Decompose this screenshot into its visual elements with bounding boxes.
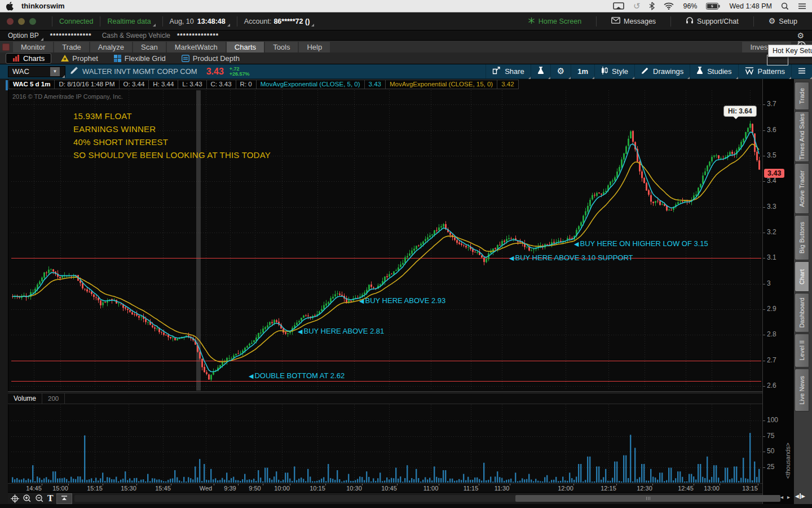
session-datetime[interactable]: Aug, 1013:48:48 [170, 17, 230, 25]
panel-splitter-icon[interactable]: ◀▶ [795, 493, 805, 499]
price-axis[interactable]: 3.73.63.53.43.33.23.132.92.82.72.6100755… [762, 79, 794, 504]
time-axis-label: 10:45 [381, 485, 397, 492]
buy-annotation-text: BUY HERE ABOVE 2.81 [303, 327, 384, 335]
tab-charts[interactable]: Charts [227, 42, 264, 52]
subtab-product-depth[interactable]: Product Depth [175, 54, 246, 63]
crosshair-tool-icon[interactable] [11, 494, 19, 503]
tab-monitor[interactable]: Monitor [13, 42, 53, 52]
share-button[interactable]: Share [486, 64, 531, 78]
display-mirroring-icon[interactable] [613, 2, 624, 10]
flask-icon[interactable] [531, 64, 550, 78]
option-bp-label[interactable]: Option BP [8, 32, 43, 40]
patterns-icon [745, 67, 754, 76]
workspace-icon[interactable] [2, 43, 10, 51]
sidebar-tab-times-and-sales[interactable]: Times And Sales [795, 111, 809, 162]
menu-icon[interactable] [791, 64, 812, 78]
volume-pane-header: Volume 200 [8, 393, 762, 404]
sidebar-tab-active-trader[interactable]: Active Trader [795, 163, 809, 214]
1m-button[interactable]: 1m [571, 64, 594, 78]
chart-text-note: 40% SHORT INTEREST [73, 137, 168, 147]
sidebar-tab-dashboard[interactable]: Dashboard [795, 293, 809, 332]
minimize-window-button[interactable] [18, 18, 25, 25]
button-label: Drawings [653, 67, 683, 76]
study-label[interactable]: MovAvgExponential (CLOSE, 5, 0) [256, 80, 365, 89]
tab-analyze[interactable]: Analyze [90, 42, 132, 52]
time-axis-label: 10:30 [346, 485, 362, 492]
patterns-button[interactable]: Patterns [738, 64, 791, 78]
link-pencil-icon[interactable] [70, 66, 79, 77]
button-label: Style [612, 67, 628, 76]
balance-row-gear-icon[interactable]: ⚙ [797, 31, 804, 40]
sidebar-tab-chart[interactable]: Chart [795, 261, 809, 292]
account-selector[interactable]: Account:86*****72 () [244, 17, 315, 25]
zoom-out-icon[interactable] [35, 494, 44, 503]
time-axis-label: 13:00 [704, 485, 720, 492]
home-screen-button[interactable]: Home Screen [520, 17, 589, 26]
axis-tick [763, 181, 765, 182]
sidebar-tab-label: Times And Sales [798, 113, 805, 160]
chart-scrollbar-thumb[interactable] [515, 495, 780, 502]
wifi-icon[interactable] [664, 2, 674, 10]
axis-tick [763, 386, 765, 387]
zoom-window-button[interactable] [29, 18, 36, 25]
zoom-in-icon[interactable] [23, 494, 32, 503]
menubar-clock[interactable]: Wed 1:48 PM [729, 2, 772, 10]
study-value: 3.42 [497, 80, 518, 89]
studies-button[interactable]: Studies [690, 64, 738, 78]
chart-scrollbar[interactable] [74, 495, 757, 502]
chart-footer-toolbar: T [8, 492, 762, 504]
price-axis-label: 3.6 [767, 126, 776, 134]
app-menu-title[interactable]: thinkorswim [21, 2, 65, 10]
sidebar-tab-trade[interactable]: Trade [795, 82, 809, 110]
symbol-input[interactable]: WAC ▼ [8, 66, 65, 77]
price-axis-label: 3.7 [767, 100, 776, 108]
subtab-prophet[interactable]: Prophet [55, 54, 104, 63]
support-chat-button[interactable]: Support/Chat [678, 16, 747, 26]
axis-tick [763, 335, 765, 335]
sidebar-tab-big-buttons[interactable]: Big Buttons [795, 215, 809, 260]
scroll-right-arrow[interactable]: ▸ [787, 494, 790, 501]
flexible-grid-icon [114, 55, 121, 62]
tab-tools[interactable]: Tools [265, 42, 298, 52]
pane-divider[interactable] [8, 391, 762, 392]
bluetooth-icon[interactable] [649, 2, 655, 10]
tab-scan[interactable]: Scan [133, 42, 166, 52]
gear-icon[interactable]: ⚙ [550, 64, 571, 78]
spotlight-icon[interactable] [781, 2, 789, 10]
time-tick [325, 484, 326, 485]
style-button[interactable]: Style [594, 64, 634, 78]
company-name: WALTER INVT MGMT CORP COM [82, 67, 197, 76]
messages-button[interactable]: Messages [603, 17, 664, 25]
drawings-button[interactable]: Drawings [634, 64, 690, 78]
scroll-left-arrow[interactable]: ◂ [780, 494, 783, 501]
apple-menu-icon[interactable] [6, 2, 14, 11]
tab-trade[interactable]: Trade [54, 42, 89, 52]
subtab-charts[interactable]: Charts [6, 53, 51, 64]
price-axis-label: 2.9 [767, 305, 776, 313]
tab-help[interactable]: Help [299, 42, 330, 52]
symbol-dropdown-caret[interactable]: ▼ [50, 67, 60, 76]
time-machine-icon[interactable]: ↺ [633, 2, 641, 10]
data-mode[interactable]: Realtime data [107, 17, 155, 25]
buy-annotation: ◀DOUBLE BOTTOM AT 2.62 [249, 371, 345, 380]
share-icon [492, 67, 501, 76]
prophet-icon [61, 55, 69, 62]
sidebar-tab-level-ii[interactable]: Level II [795, 334, 809, 367]
cash-sweep-value: ************** [177, 32, 219, 39]
time-axis[interactable]: 14:4515:0015:1515:3015:45Wed9:399:5010:0… [8, 483, 762, 493]
close-window-button[interactable] [7, 18, 14, 25]
study-label[interactable]: MovAvgExponential (CLOSE, 15, 0) [385, 80, 497, 89]
setup-button[interactable]: ⚙ Setup [761, 17, 805, 25]
time-axis-label: 9:50 [249, 485, 261, 492]
sidebar-tab-label: Active Trader [798, 170, 805, 207]
subtab-flexible-grid[interactable]: Flexible Grid [108, 54, 172, 63]
button-label: Patterns [758, 67, 785, 76]
notification-center-icon[interactable] [798, 3, 806, 10]
product-depth-icon [182, 55, 189, 62]
time-axis-label: Wed [200, 485, 212, 492]
sidebar-tab-live-news[interactable]: Live News [795, 369, 809, 411]
collapse-panel-button[interactable] [56, 493, 72, 504]
window-controls[interactable] [7, 18, 36, 25]
tab-marketwatch[interactable]: MarketWatch [167, 42, 226, 52]
text-note-tool-icon[interactable]: T [47, 494, 53, 502]
